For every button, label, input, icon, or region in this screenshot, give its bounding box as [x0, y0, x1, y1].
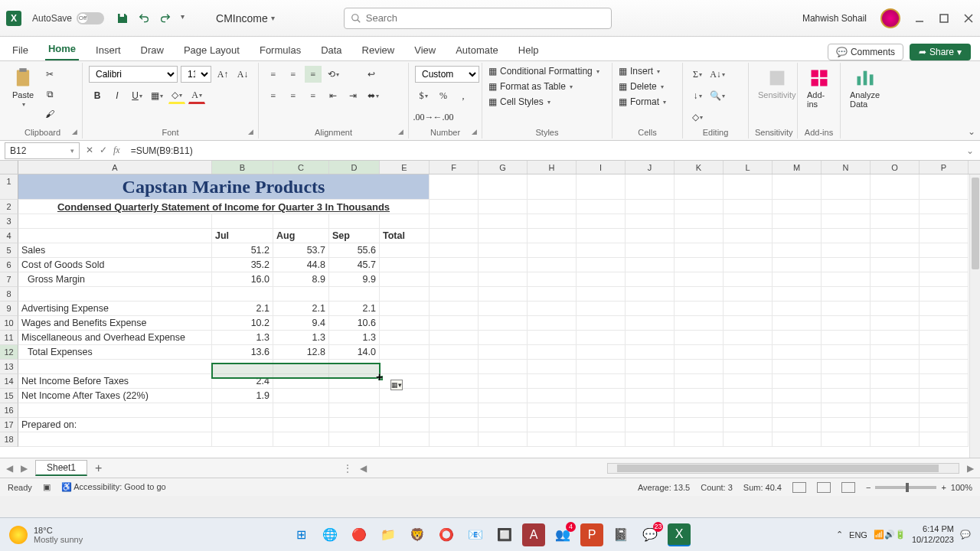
cell-C11[interactable]: 1.3: [273, 331, 329, 345]
save-icon[interactable]: [116, 12, 129, 24]
col-header-C[interactable]: C: [273, 161, 329, 174]
cell-N6[interactable]: [822, 258, 871, 272]
dialog-launcher-icon[interactable]: ◢: [72, 128, 77, 135]
cell-M14[interactable]: [773, 374, 822, 389]
cell-J6[interactable]: [626, 258, 675, 272]
cell-A7[interactable]: Gross Margin: [18, 272, 212, 287]
autofill-options-icon[interactable]: ▦▾: [390, 380, 403, 390]
addins-button[interactable]: Add-ins: [804, 66, 834, 110]
brave-icon[interactable]: 🦁: [406, 523, 429, 546]
tab-home[interactable]: Home: [45, 38, 79, 60]
italic-button[interactable]: I: [109, 87, 126, 104]
cell-N5[interactable]: [822, 243, 871, 258]
cell-M13[interactable]: [773, 360, 822, 374]
page-layout-view-icon[interactable]: [817, 482, 831, 493]
cell-B16[interactable]: [212, 403, 273, 418]
cell-B14[interactable]: 2.4: [212, 374, 273, 389]
row-header-5[interactable]: 5: [0, 243, 18, 258]
cell-H14[interactable]: [528, 374, 577, 389]
normal-view-icon[interactable]: [792, 482, 806, 493]
cell-G3[interactable]: [479, 214, 528, 229]
cell-H11[interactable]: [528, 331, 577, 345]
cell-C14[interactable]: [273, 374, 329, 389]
cell-G11[interactable]: [479, 331, 528, 345]
cell-A12[interactable]: Total Expenses: [18, 345, 212, 360]
cell-O14[interactable]: [871, 374, 920, 389]
explorer-icon[interactable]: 📁: [377, 523, 400, 546]
col-header-A[interactable]: A: [18, 161, 212, 174]
cell-D11[interactable]: 1.3: [329, 331, 380, 345]
sheet-tab[interactable]: Sheet1: [35, 460, 87, 476]
cell-G18[interactable]: [479, 432, 528, 447]
cell-E16[interactable]: [380, 403, 430, 418]
notifications-icon[interactable]: 💬: [960, 530, 971, 540]
col-header-E[interactable]: E: [380, 161, 430, 174]
user-avatar[interactable]: [880, 8, 900, 28]
row-header-8[interactable]: 8: [0, 287, 18, 302]
cell-O9[interactable]: [871, 302, 920, 316]
page-break-view-icon[interactable]: [841, 482, 855, 493]
cell-D4[interactable]: Sep: [329, 229, 380, 243]
outlook-icon[interactable]: 📧: [464, 523, 487, 546]
cell-C7[interactable]: 8.9: [273, 272, 329, 287]
row-header-12[interactable]: 12: [0, 345, 18, 360]
cell-G7[interactable]: [479, 272, 528, 287]
cell-E7[interactable]: [380, 272, 430, 287]
tab-data[interactable]: Data: [318, 40, 345, 60]
cell-N17[interactable]: [822, 418, 871, 432]
cell-O4[interactable]: [871, 229, 920, 243]
percent-icon[interactable]: %: [435, 87, 452, 104]
cell-N3[interactable]: [822, 214, 871, 229]
cell-C5[interactable]: 53.7: [273, 243, 329, 258]
cell-A4[interactable]: [18, 229, 212, 243]
col-header-J[interactable]: J: [626, 161, 675, 174]
cell-P4[interactable]: [920, 229, 969, 243]
cell-P12[interactable]: [920, 345, 969, 360]
cell-M1[interactable]: [773, 174, 822, 200]
cell-F13[interactable]: [430, 360, 479, 374]
cell-H16[interactable]: [528, 403, 577, 418]
chrome-icon[interactable]: 🔴: [348, 523, 371, 546]
col-header-I[interactable]: I: [577, 161, 626, 174]
cell-I7[interactable]: [577, 272, 626, 287]
user-name[interactable]: Mahwish Sohail: [802, 13, 867, 24]
cell-C9[interactable]: 2.1: [273, 302, 329, 316]
cell-K15[interactable]: [675, 389, 724, 403]
cell-J7[interactable]: [626, 272, 675, 287]
cell-F8[interactable]: [430, 287, 479, 302]
cell-I12[interactable]: [577, 345, 626, 360]
cell-P9[interactable]: [920, 302, 969, 316]
cell-M12[interactable]: [773, 345, 822, 360]
cell-D9[interactable]: 2.1: [329, 302, 380, 316]
enter-formula-icon[interactable]: ✓: [100, 145, 107, 156]
cell-M10[interactable]: [773, 316, 822, 331]
expand-formula-bar-icon[interactable]: ⌄: [960, 145, 980, 156]
share-button[interactable]: ➦ Share ▾: [910, 44, 971, 60]
cell-K6[interactable]: [675, 258, 724, 272]
col-header-F[interactable]: F: [430, 161, 479, 174]
cell-P5[interactable]: [920, 243, 969, 258]
align-bottom-icon[interactable]: ≡: [305, 66, 322, 83]
cell-O17[interactable]: [871, 418, 920, 432]
cell-K11[interactable]: [675, 331, 724, 345]
cell-D15[interactable]: [329, 389, 380, 403]
cell-B9[interactable]: 2.1: [212, 302, 273, 316]
cell-E18[interactable]: [380, 432, 430, 447]
cell-L10[interactable]: [724, 316, 773, 331]
cell-H13[interactable]: [528, 360, 577, 374]
cell-E15[interactable]: [380, 389, 430, 403]
conditional-formatting-button[interactable]: ▦ Conditional Formatting ▾: [488, 66, 599, 77]
comments-button[interactable]: 💬 Comments: [828, 44, 903, 60]
cell-L16[interactable]: [724, 403, 773, 418]
cell-B8[interactable]: [212, 287, 273, 302]
cell-N18[interactable]: [822, 432, 871, 447]
cell-H6[interactable]: [528, 258, 577, 272]
cell-I13[interactable]: [577, 360, 626, 374]
cell-A13[interactable]: [18, 360, 212, 374]
edge-icon[interactable]: 🌐: [318, 523, 341, 546]
cell-A18[interactable]: [18, 432, 212, 447]
row-header-3[interactable]: 3: [0, 214, 18, 229]
cell-M3[interactable]: [773, 214, 822, 229]
font-size-select[interactable]: 11: [181, 66, 211, 83]
cell-C3[interactable]: [273, 214, 329, 229]
